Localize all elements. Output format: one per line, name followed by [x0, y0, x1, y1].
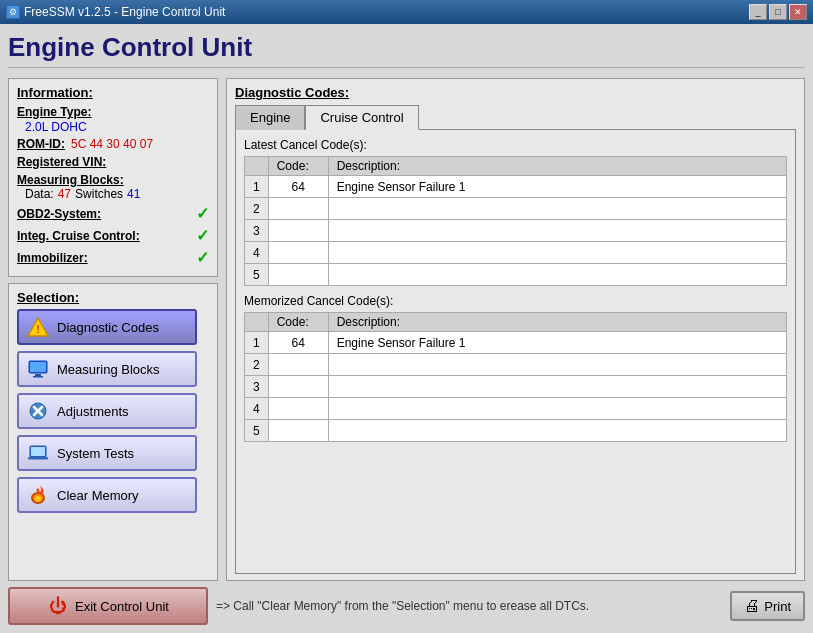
- warning-icon: !: [25, 314, 51, 340]
- exit-label: Exit Control Unit: [75, 599, 169, 614]
- row-num: 2: [245, 198, 269, 220]
- svg-rect-11: [31, 447, 45, 456]
- table-row: 5: [245, 264, 787, 286]
- svg-point-15: [35, 496, 41, 502]
- table-row: 5: [245, 420, 787, 442]
- adjustments-button[interactable]: Adjustments: [17, 393, 197, 429]
- mem-col-desc: Description:: [328, 313, 786, 332]
- tab-engine[interactable]: Engine: [235, 105, 305, 130]
- page-title: Engine Control Unit: [8, 32, 805, 68]
- table-row: 2: [245, 354, 787, 376]
- info-section: Information: Engine Type: 2.0L DOHC ROM-…: [8, 78, 218, 277]
- latest-codes-subsection: Latest Cancel Code(s): Code: Description…: [244, 138, 787, 286]
- cruise-check-icon: ✓: [196, 226, 209, 245]
- window-title: FreeSSM v1.2.5 - Engine Control Unit: [24, 5, 225, 19]
- row-code: [268, 264, 328, 286]
- row-code: [268, 198, 328, 220]
- row-desc: [328, 354, 786, 376]
- row-code: [268, 420, 328, 442]
- latest-codes-table: Code: Description: 1 64 Engine Sensor Fa…: [244, 156, 787, 286]
- diagnostic-title: Diagnostic Codes:: [235, 85, 796, 100]
- svg-rect-5: [30, 362, 46, 372]
- measuring-blocks-row: Measuring Blocks: Data: 47 Switches 41: [17, 172, 209, 201]
- obd2-check-icon: ✓: [196, 204, 209, 223]
- latest-codes-title: Latest Cancel Code(s):: [244, 138, 787, 152]
- diagnostic-codes-button[interactable]: ! Diagnostic Codes: [17, 309, 197, 345]
- diagnostic-codes-label: Diagnostic Codes: [57, 320, 159, 335]
- monitor-icon: [25, 356, 51, 382]
- close-button[interactable]: ✕: [789, 4, 807, 20]
- status-message: => Call "Clear Memory" from the "Selecti…: [216, 599, 722, 613]
- row-num: 1: [245, 332, 269, 354]
- cruise-label: Integ. Cruise Control:: [17, 229, 140, 243]
- rom-id-value: 5C 44 30 40 07: [71, 137, 153, 151]
- rom-id-row: ROM-ID: 5C 44 30 40 07: [17, 137, 209, 151]
- row-desc: [328, 220, 786, 242]
- row-num: 3: [245, 220, 269, 242]
- row-num: 4: [245, 398, 269, 420]
- minimize-button[interactable]: _: [749, 4, 767, 20]
- flame-icon: [25, 482, 51, 508]
- window-controls: _ □ ✕: [749, 4, 807, 20]
- tab-content: Latest Cancel Code(s): Code: Description…: [235, 129, 796, 574]
- mem-col-num: [245, 313, 269, 332]
- row-num: 5: [245, 420, 269, 442]
- maximize-button[interactable]: □: [769, 4, 787, 20]
- table-row: 3: [245, 220, 787, 242]
- switches-count: 41: [127, 187, 140, 201]
- diagnostic-section: Diagnostic Codes: Engine Cruise Control …: [226, 78, 805, 581]
- data-count: 47: [58, 187, 71, 201]
- vin-row: Registered VIN:: [17, 154, 209, 169]
- measuring-blocks-label: Measuring Blocks: [57, 362, 160, 377]
- row-desc: [328, 398, 786, 420]
- obd2-label: OBD2-System:: [17, 207, 101, 221]
- row-code: 64: [268, 176, 328, 198]
- print-label: Print: [764, 599, 791, 614]
- adjustments-label: Adjustments: [57, 404, 129, 419]
- engine-type-row: Engine Type: 2.0L DOHC: [17, 104, 209, 134]
- memorized-codes-title: Memorized Cancel Code(s):: [244, 294, 787, 308]
- table-row: 3: [245, 376, 787, 398]
- row-desc: [328, 420, 786, 442]
- svg-rect-4: [33, 376, 43, 378]
- wrench-icon: [25, 398, 51, 424]
- data-label: Data:: [25, 187, 54, 201]
- app-icon: ⚙: [6, 5, 20, 19]
- svg-text:!: !: [36, 323, 40, 335]
- memorized-codes-subsection: Memorized Cancel Code(s): Code: Descript…: [244, 294, 787, 442]
- table-row: 4: [245, 398, 787, 420]
- window-body: Engine Control Unit Information: Engine …: [0, 24, 813, 633]
- engine-type-value: 2.0L DOHC: [25, 120, 87, 134]
- window-titlebar: ⚙ FreeSSM v1.2.5 - Engine Control Unit _…: [0, 0, 813, 24]
- selection-title: Selection:: [17, 290, 209, 305]
- exit-button[interactable]: ⏻ Exit Control Unit: [8, 587, 208, 625]
- right-panel: Diagnostic Codes: Engine Cruise Control …: [226, 78, 805, 581]
- system-tests-button[interactable]: System Tests: [17, 435, 197, 471]
- clear-memory-label: Clear Memory: [57, 488, 139, 503]
- row-desc: [328, 264, 786, 286]
- left-panel: Information: Engine Type: 2.0L DOHC ROM-…: [8, 78, 218, 581]
- row-desc: [328, 198, 786, 220]
- printer-icon: 🖨: [744, 597, 760, 615]
- row-code: [268, 376, 328, 398]
- row-num: 2: [245, 354, 269, 376]
- table-row: 1 64 Engine Sensor Failure 1: [245, 176, 787, 198]
- measuring-blocks-button[interactable]: Measuring Blocks: [17, 351, 197, 387]
- row-num: 1: [245, 176, 269, 198]
- print-button[interactable]: 🖨 Print: [730, 591, 805, 621]
- immobilizer-label: Immobilizer:: [17, 251, 88, 265]
- measuring-blocks-label: Measuring Blocks:: [17, 173, 124, 187]
- row-num: 5: [245, 264, 269, 286]
- clear-memory-button[interactable]: Clear Memory: [17, 477, 197, 513]
- system-tests-label: System Tests: [57, 446, 134, 461]
- latest-col-desc: Description:: [328, 157, 786, 176]
- vin-label: Registered VIN:: [17, 155, 106, 169]
- laptop-icon: [25, 440, 51, 466]
- row-code: [268, 398, 328, 420]
- row-code: 64: [268, 332, 328, 354]
- row-desc: [328, 242, 786, 264]
- tab-cruise-control[interactable]: Cruise Control: [305, 105, 418, 130]
- latest-col-code: Code:: [268, 157, 328, 176]
- row-code: [268, 242, 328, 264]
- svg-rect-3: [35, 374, 41, 376]
